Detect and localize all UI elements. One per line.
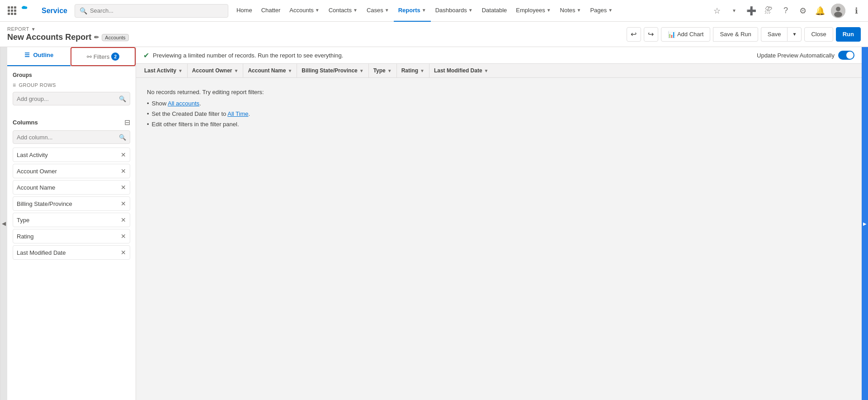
nav-chevron: ▼ <box>385 8 389 13</box>
remove-column-button[interactable]: ✕ <box>121 184 126 191</box>
search-bar[interactable]: 🔍 <box>75 4 228 18</box>
auto-preview-toggle[interactable] <box>838 51 854 60</box>
tab-filters[interactable]: ⚯ Filters 2 <box>71 47 136 66</box>
nav-item-pages[interactable]: Pages▼ <box>585 0 617 22</box>
nav-chevron: ▼ <box>422 8 426 13</box>
table-column-header[interactable]: Billing State/Province▼ <box>297 64 368 77</box>
add-icon[interactable]: ➕ <box>745 5 758 17</box>
no-records-message: No records returned. Try editing report … <box>147 89 851 95</box>
info-icon[interactable]: ℹ <box>850 5 863 17</box>
nav-item-contacts[interactable]: Contacts▼ <box>324 0 362 22</box>
filters-badge: 2 <box>111 52 119 61</box>
add-group-input[interactable]: 🔍 <box>13 92 130 105</box>
add-chart-button[interactable]: 📊 Add Chart <box>661 27 711 42</box>
table-column-header[interactable]: Rating▼ <box>397 64 429 77</box>
nav-item-home[interactable]: Home <box>232 0 257 22</box>
save-run-group: Save & Run <box>713 27 758 42</box>
report-label: REPORT ▼ <box>7 26 129 32</box>
report-label-chevron[interactable]: ▼ <box>31 27 36 32</box>
remove-column-button[interactable]: ✕ <box>121 151 126 158</box>
nav-item-reports[interactable]: Reports▼ <box>394 0 431 22</box>
nav-item-dashboards[interactable]: Dashboards▼ <box>431 0 477 22</box>
columns-title: Columns <box>13 119 38 126</box>
column-item: Last Modified Date✕ <box>13 245 130 260</box>
add-group-field[interactable] <box>17 95 116 102</box>
nav-item-datatable[interactable]: Datatable <box>477 0 512 22</box>
remove-column-button[interactable]: ✕ <box>121 216 126 224</box>
nav-item-accounts[interactable]: Accounts▼ <box>285 0 324 22</box>
nav-item-notes[interactable]: Notes▼ <box>556 0 586 22</box>
column-item: Account Owner✕ <box>13 164 130 178</box>
preview-banner-right: Update Preview Automatically <box>757 51 854 60</box>
preview-banner-text: Previewing a limited number of records. … <box>153 52 343 59</box>
content-area: ✔ Previewing a limited number of records… <box>136 47 862 400</box>
chart-icon: 📊 <box>668 31 675 38</box>
waffle-icon[interactable] <box>5 5 18 17</box>
column-sort-icon: ▼ <box>484 68 489 73</box>
column-sort-icon: ▼ <box>178 68 183 73</box>
no-records-area: No records returned. Try editing report … <box>136 78 862 142</box>
nav-chevron: ▼ <box>608 8 613 13</box>
table-column-header[interactable]: Type▼ <box>369 64 397 77</box>
report-header-right: ↩ ↪ 📊 Add Chart Save & Run Save ▼ Close … <box>627 27 861 42</box>
top-nav-right: ☆ ▼ ➕ ⛈ ? ⚙ 🔔 ℹ <box>711 4 863 18</box>
hint-2: • Set the Created Date filter to All Tim… <box>147 110 851 117</box>
check-icon: ✔ <box>143 51 149 60</box>
preview-banner-left: ✔ Previewing a limited number of records… <box>143 51 343 60</box>
sidebar: ☰ Outline ⚯ Filters 2 Groups ≡ GROUP ROW… <box>7 47 136 400</box>
run-button[interactable]: Run <box>836 27 861 42</box>
notifications-icon[interactable]: 🔔 <box>814 5 826 17</box>
tab-outline[interactable]: ☰ Outline <box>7 47 71 66</box>
search-icon: 🔍 <box>80 7 87 14</box>
toggle-knob <box>846 52 854 59</box>
all-accounts-link[interactable]: All accounts <box>168 100 199 107</box>
salesforce-logo[interactable] <box>22 4 36 18</box>
auto-preview-label: Update Preview Automatically <box>757 52 835 59</box>
add-column-input[interactable]: 🔍 <box>13 130 130 144</box>
top-navigation: Service 🔍 HomeChatterAccounts▼Contacts▼C… <box>0 0 868 22</box>
save-button[interactable]: Save <box>761 27 788 42</box>
table-column-header[interactable]: Account Name▼ <box>243 64 297 77</box>
search-input[interactable] <box>90 7 223 14</box>
table-column-header[interactable]: Account Owner▼ <box>188 64 244 77</box>
save-dropdown-button[interactable]: ▼ <box>787 27 802 42</box>
remove-column-button[interactable]: ✕ <box>121 233 126 240</box>
edit-title-icon[interactable]: ✏ <box>94 34 99 41</box>
nav-item-employees[interactable]: Employees▼ <box>511 0 555 22</box>
column-item: Rating✕ <box>13 229 130 243</box>
remove-column-button[interactable]: ✕ <box>121 167 126 175</box>
save-and-run-button[interactable]: Save & Run <box>713 27 758 42</box>
column-item: Account Name✕ <box>13 180 130 195</box>
column-item: Type✕ <box>13 213 130 227</box>
groups-title: Groups <box>13 72 130 78</box>
nav-links: HomeChatterAccounts▼Contacts▼Cases▼Repor… <box>232 0 707 22</box>
right-scroll-button[interactable]: ▶ <box>862 47 868 400</box>
columns-options-icon[interactable]: ⊟ <box>124 118 130 127</box>
remove-column-button[interactable]: ✕ <box>121 200 126 207</box>
redo-button[interactable]: ↪ <box>644 27 658 42</box>
group-rows-label: ≡ GROUP ROWS <box>13 82 130 88</box>
report-title: New Accounts Report ✏ Accounts <box>7 33 129 42</box>
avatar[interactable] <box>831 4 845 18</box>
nav-chevron: ▼ <box>315 8 320 13</box>
help-icon[interactable]: ? <box>779 5 792 17</box>
add-column-field[interactable] <box>17 134 116 141</box>
remove-column-button[interactable]: ✕ <box>121 249 126 256</box>
table-column-header[interactable]: Last Modified Date▼ <box>429 64 493 77</box>
nav-item-cases[interactable]: Cases▼ <box>362 0 394 22</box>
column-sort-icon: ▼ <box>387 68 392 73</box>
favorites-chevron-icon[interactable]: ▼ <box>728 5 741 17</box>
column-item: Last Activity✕ <box>13 148 130 162</box>
save-group: Save ▼ <box>761 27 802 42</box>
report-header-left: REPORT ▼ New Accounts Report ✏ Accounts <box>7 26 129 42</box>
settings-icon[interactable]: ⚙ <box>797 5 809 17</box>
table-column-header[interactable]: Last Activity▼ <box>140 64 188 77</box>
nav-item-chatter[interactable]: Chatter <box>257 0 285 22</box>
svg-point-2 <box>834 12 842 17</box>
favorites-icon[interactable]: ☆ <box>711 5 723 17</box>
sidebar-collapse-button[interactable]: ◀ <box>0 47 7 400</box>
all-time-link[interactable]: All Time <box>227 110 248 117</box>
close-button[interactable]: Close <box>804 27 833 42</box>
undo-button[interactable]: ↩ <box>627 27 641 42</box>
help-lightning-icon[interactable]: ⛈ <box>762 5 775 17</box>
